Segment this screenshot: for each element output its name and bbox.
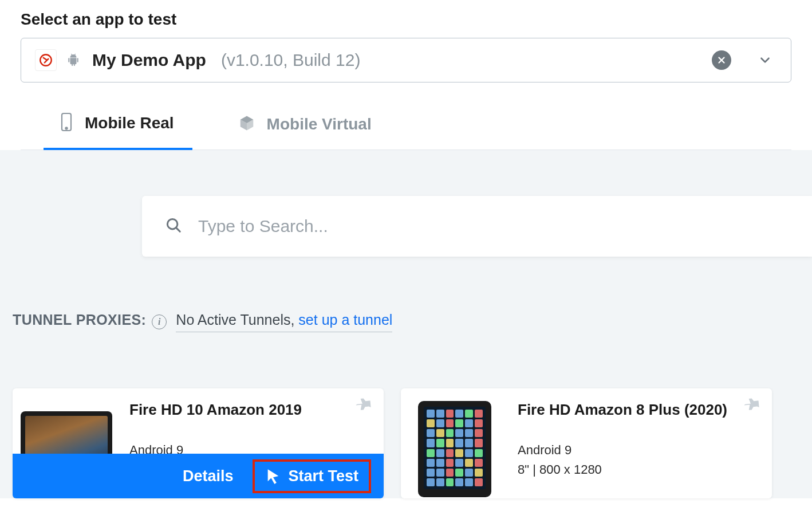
android-icon <box>67 53 80 68</box>
device-os: Android 9 <box>518 443 763 458</box>
svg-line-4 <box>74 54 75 55</box>
page-title: Select an app to test <box>21 10 791 29</box>
cube-icon <box>238 115 255 134</box>
device-card[interactable]: Fire HD Amazon 8 Plus (2020) Android 9 8… <box>401 388 772 498</box>
phone-icon <box>60 112 73 134</box>
svg-rect-2 <box>77 58 78 62</box>
device-thumbnail <box>401 388 509 498</box>
tab-label: Mobile Real <box>85 114 174 132</box>
svg-point-8 <box>65 127 67 129</box>
device-title: Fire HD 10 Amazon 2019 <box>129 401 375 419</box>
clear-selection-button[interactable] <box>712 50 731 70</box>
svg-line-10 <box>176 227 180 231</box>
app-logo-icon <box>35 49 57 71</box>
device-search-box[interactable] <box>142 196 812 257</box>
tab-mobile-virtual[interactable]: Mobile Virtual <box>238 105 372 150</box>
svg-line-3 <box>71 54 72 55</box>
tunnel-proxies-row: TUNNEL PROXIES: i No Active Tunnels, set… <box>0 257 812 332</box>
svg-rect-1 <box>68 58 69 62</box>
selected-app-version: (v1.0.10, Build 12) <box>221 50 360 70</box>
device-resolution: 8" | 800 x 1280 <box>518 462 763 477</box>
device-title: Fire HD Amazon 8 Plus (2020) <box>518 401 763 419</box>
device-action-bar: Details Start Test <box>13 454 384 498</box>
app-selector-dropdown[interactable]: My Demo App (v1.0.10, Build 12) <box>21 38 791 82</box>
details-button[interactable]: Details <box>183 467 234 485</box>
setup-tunnel-link[interactable]: set up a tunnel <box>298 312 392 328</box>
tunnel-proxies-label: TUNNEL PROXIES: i <box>13 312 167 328</box>
tunnel-status-text: No Active Tunnels, <box>176 312 294 328</box>
device-card[interactable]: Fire HD 10 Amazon 2019 Android 9 Details <box>13 388 384 498</box>
start-test-button[interactable]: Start Test <box>253 459 371 493</box>
pin-icon[interactable] <box>357 396 373 412</box>
selected-app-name: My Demo App <box>92 50 206 70</box>
svg-point-0 <box>40 54 52 66</box>
tab-label: Mobile Virtual <box>267 115 372 133</box>
chevron-down-icon[interactable] <box>758 53 772 68</box>
search-icon <box>165 217 182 236</box>
tab-mobile-real[interactable]: Mobile Real <box>44 105 192 150</box>
cursor-icon <box>265 468 281 484</box>
pin-icon[interactable] <box>746 396 762 412</box>
search-input[interactable] <box>198 217 812 236</box>
info-icon[interactable]: i <box>152 314 167 329</box>
device-type-tabs: Mobile Real Mobile Virtual <box>21 105 791 150</box>
